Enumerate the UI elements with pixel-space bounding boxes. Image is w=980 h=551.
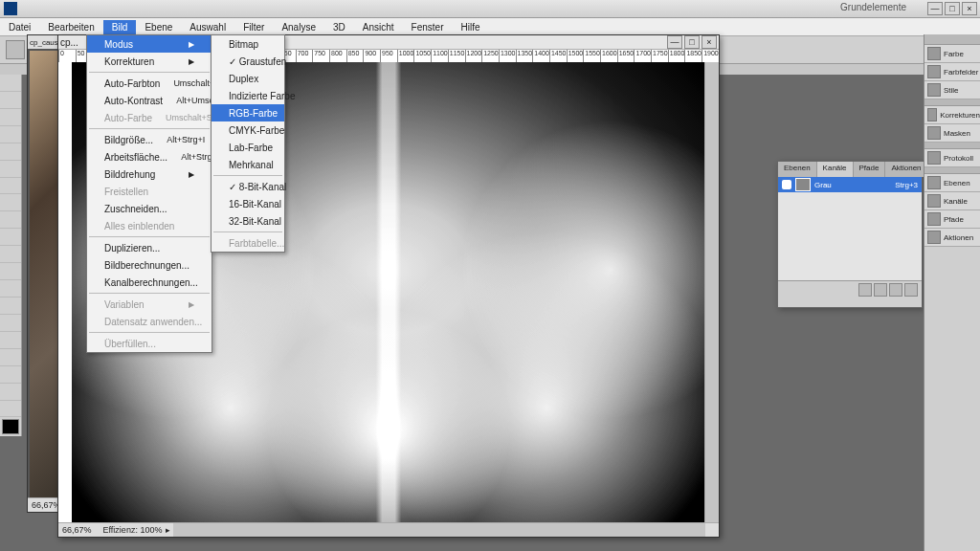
menuitem-kanalberechnungen-[interactable]: Kanalberechnungen... [87, 274, 212, 291]
korrekturen-icon [927, 108, 937, 121]
menu-ansicht[interactable]: Ansicht [354, 20, 403, 34]
menuitem-indizierte-farbe[interactable]: Indizierte Farbe [212, 87, 284, 104]
menuitem-8-bit-kanal[interactable]: ✓ 8-Bit-Kanal [212, 178, 284, 195]
delete-channel-icon[interactable] [904, 283, 918, 297]
close-button[interactable]: × [962, 2, 977, 15]
menu-auswahl[interactable]: Auswahl [181, 20, 234, 34]
pfade-icon [927, 212, 941, 226]
maximize-button[interactable]: □ [945, 2, 960, 15]
foreground-swatch[interactable] [2, 419, 19, 434]
doc-minimize-button[interactable]: — [667, 35, 682, 49]
menuitem-korrekturen[interactable]: Korrekturen [87, 53, 212, 70]
menuitem-bitmap[interactable]: Bitmap [212, 35, 284, 53]
tool-6[interactable] [0, 178, 21, 195]
panel-tabs: EbenenKanälePfadeAktionen [778, 162, 922, 177]
vertical-scrollbar[interactable] [704, 62, 719, 523]
tool-12[interactable] [0, 280, 21, 298]
dock-aktionen[interactable]: Aktionen [924, 229, 980, 247]
menuitem-auto-farbton[interactable]: Auto-FarbtonUmschalt+Strg+L [87, 75, 212, 92]
tool-16[interactable] [0, 349, 21, 366]
doc-maximize-button[interactable]: □ [684, 35, 700, 49]
tool-15[interactable] [0, 332, 21, 349]
menuitem-bildberechnungen-[interactable]: Bildberechnungen... [87, 256, 212, 274]
ruler-tick: 850 [346, 50, 364, 63]
tool-18[interactable] [0, 384, 21, 401]
menuitem-auto-kontrast[interactable]: Auto-KontrastAlt+Umschalt+Strg+L [87, 92, 212, 109]
tool-3[interactable] [0, 126, 21, 143]
dock-masken[interactable]: Masken [924, 124, 980, 143]
tool-1[interactable] [0, 92, 21, 109]
menuitem-bilddrehung[interactable]: Bilddrehung [87, 165, 212, 183]
menu-fenster[interactable]: Fenster [403, 20, 453, 34]
dock-korrekturen[interactable]: Korrekturen [924, 106, 980, 124]
visibility-icon[interactable] [782, 180, 791, 189]
ruler-tick: 1050 [413, 50, 431, 63]
menu-filter[interactable]: Filter [234, 20, 273, 34]
menu-bild[interactable]: Bild [103, 20, 137, 34]
panel-tab-ebenen[interactable]: Ebenen [778, 162, 817, 177]
dock-kanäle[interactable]: Kanäle [924, 192, 980, 210]
tool-9[interactable] [0, 229, 21, 246]
tool-13[interactable] [0, 298, 21, 315]
ruler-tick: 1550 [583, 50, 600, 63]
channels-panel[interactable]: EbenenKanälePfadeAktionen Grau Strg+3 [777, 161, 923, 308]
tool-11[interactable] [0, 263, 21, 280]
menuitem-bildgr-e-[interactable]: Bildgröße...Alt+Strg+I [87, 131, 212, 148]
menuitem-cmyk-farbe[interactable]: CMYK-Farbe [212, 121, 284, 139]
doc-close-button[interactable]: × [702, 35, 717, 49]
panel-tab-kanäle[interactable]: Kanäle [817, 162, 854, 177]
tool-2[interactable] [0, 109, 21, 126]
ruler-tick: 1800 [668, 50, 685, 63]
menuitem-duplex[interactable]: Duplex [212, 70, 284, 87]
tool-4[interactable] [0, 143, 21, 161]
masken-icon [927, 126, 941, 140]
modus-submenu[interactable]: Bitmap✓ GraustufenDuplexIndizierte Farbe… [211, 34, 285, 253]
tool-7[interactable] [0, 194, 21, 211]
new-channel-icon[interactable] [889, 283, 902, 297]
tool-14[interactable] [0, 315, 21, 332]
tool-8[interactable] [0, 211, 21, 229]
menuitem-lab-farbe[interactable]: Lab-Farbe [212, 139, 284, 156]
tool-preset-icon[interactable] [6, 40, 25, 59]
tool-19[interactable] [0, 401, 21, 418]
dock-pfade[interactable]: Pfade [924, 210, 980, 229]
bild-menu[interactable]: ModusKorrekturenAuto-FarbtonUmschalt+Str… [86, 34, 212, 353]
ruler-tick: 1850 [684, 50, 702, 63]
menuitem-rgb-farbe[interactable]: RGB-Farbe [212, 104, 284, 121]
menu-datei[interactable]: Datei [0, 20, 39, 34]
menuitem-zuschneiden-[interactable]: Zuschneiden... [87, 200, 212, 217]
menuitem-arbeitsfl-che-[interactable]: Arbeitsfläche...Alt+Strg+C [87, 148, 212, 165]
menuitem-modus[interactable]: Modus [87, 35, 212, 53]
minimize-button[interactable]: — [927, 2, 943, 15]
dock-collapse-handle[interactable] [924, 34, 980, 45]
menu-3d[interactable]: 3D [324, 20, 354, 34]
dock-ebenen[interactable]: Ebenen [924, 174, 980, 192]
panel-tab-pfade[interactable]: Pfade [854, 162, 886, 177]
ruler-tick: 1600 [600, 50, 617, 63]
menuitem-duplizieren-[interactable]: Duplizieren... [87, 239, 212, 256]
tool-0[interactable] [0, 75, 21, 92]
menuitem-mehrkanal[interactable]: Mehrkanal [212, 156, 284, 173]
save-selection-icon[interactable] [874, 283, 887, 297]
tool-17[interactable] [0, 366, 21, 384]
load-selection-icon[interactable] [858, 283, 872, 297]
menuitem-16-bit-kanal[interactable]: 16-Bit-Kanal [212, 195, 284, 212]
dock-farbfelder[interactable]: Farbfelder [924, 63, 980, 81]
tool-5[interactable] [0, 161, 21, 178]
menu-analyse[interactable]: Analyse [273, 20, 324, 34]
menuitem-32-bit-kanal[interactable]: 32-Bit-Kanal [212, 212, 284, 230]
channel-row-grau[interactable]: Grau Strg+3 [778, 177, 922, 192]
menu-bearbeiten[interactable]: Bearbeiten [39, 20, 102, 34]
channel-list[interactable]: Grau Strg+3 [778, 177, 922, 280]
ruler-tick: 1300 [499, 50, 516, 63]
horizontal-scrollbar[interactable] [173, 522, 705, 537]
menuitem-graustufen[interactable]: ✓ Graustufen [212, 53, 284, 70]
panel-tab-aktionen[interactable]: Aktionen [885, 162, 927, 177]
ruler-tick: 1000 [397, 50, 414, 63]
tool-10[interactable] [0, 246, 21, 263]
dock-stile[interactable]: Stile [924, 81, 980, 99]
dock-protokoll[interactable]: Protokoll [924, 149, 980, 167]
dock-farbe[interactable]: Farbe [924, 45, 980, 63]
menu-ebene[interactable]: Ebene [136, 20, 181, 34]
menu-hilfe[interactable]: Hilfe [452, 20, 488, 34]
